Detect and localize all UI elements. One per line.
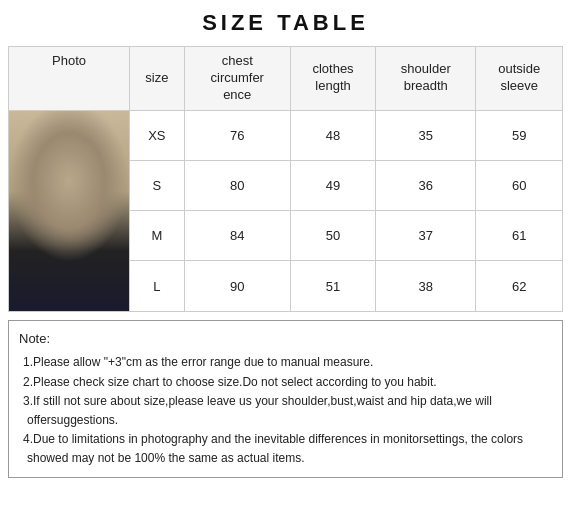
header-photo: Photo (9, 47, 130, 111)
shoulder-cell: 35 (376, 110, 476, 160)
page-title: SIZE TABLE (8, 10, 563, 36)
chest-cell: 84 (184, 211, 290, 261)
length-cell: 51 (290, 261, 375, 311)
shoulder-cell: 36 (376, 160, 476, 210)
sleeve-cell: 60 (476, 160, 563, 210)
chest-cell: 80 (184, 160, 290, 210)
table-row: XS76483559 (9, 110, 563, 160)
note-item: 2.Please check size chart to choose size… (27, 373, 552, 392)
chest-cell: 76 (184, 110, 290, 160)
sleeve-cell: 62 (476, 261, 563, 311)
note-item: 1.Please allow "+3"cm as the error range… (27, 353, 552, 372)
note-title: Note: (19, 329, 552, 350)
shoulder-cell: 38 (376, 261, 476, 311)
length-cell: 49 (290, 160, 375, 210)
chest-cell: 90 (184, 261, 290, 311)
size-cell: XS (130, 110, 185, 160)
sleeve-cell: 59 (476, 110, 563, 160)
header-chest: chestcircumference (184, 47, 290, 111)
header-shoulder: shoulderbreadth (376, 47, 476, 111)
note-box: Note: 1.Please allow "+3"cm as the error… (8, 320, 563, 478)
product-image (9, 111, 129, 311)
size-cell: M (130, 211, 185, 261)
header-size: size (130, 47, 185, 111)
length-cell: 48 (290, 110, 375, 160)
note-item: 3.If still not sure about size,please le… (27, 392, 552, 430)
note-items: 1.Please allow "+3"cm as the error range… (19, 353, 552, 468)
main-container: SIZE TABLE Photo size chestcircumference… (0, 0, 571, 488)
sleeve-cell: 61 (476, 211, 563, 261)
size-cell: S (130, 160, 185, 210)
shoulder-cell: 37 (376, 211, 476, 261)
size-cell: L (130, 261, 185, 311)
photo-cell (9, 110, 130, 311)
header-length: clotheslength (290, 47, 375, 111)
size-table: Photo size chestcircumference clotheslen… (8, 46, 563, 312)
note-item: 4.Due to limitations in photography and … (27, 430, 552, 468)
header-sleeve: outsidesleeve (476, 47, 563, 111)
length-cell: 50 (290, 211, 375, 261)
